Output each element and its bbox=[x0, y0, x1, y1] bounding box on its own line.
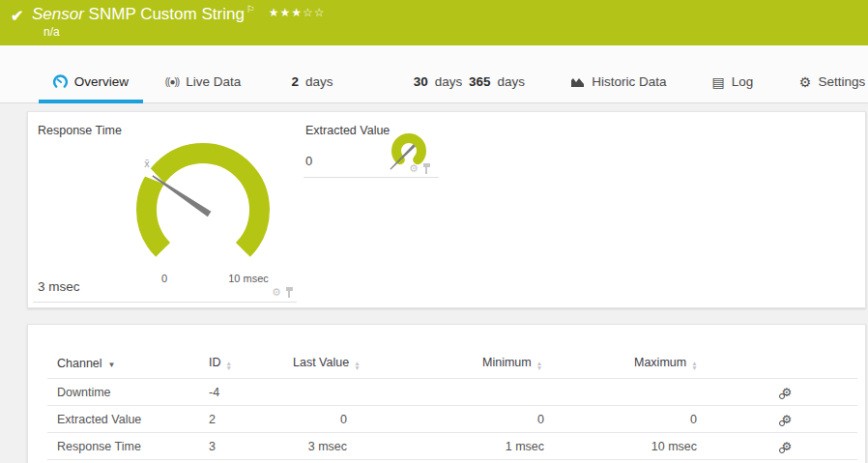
gauge-needle bbox=[152, 175, 211, 217]
cell-channel: Extracted Value bbox=[47, 413, 209, 426]
status-ok-check-icon: ✔ bbox=[11, 7, 23, 25]
tab-historic-data[interactable]: Historic Data bbox=[570, 60, 667, 103]
header-channel[interactable]: Channel▼ bbox=[47, 357, 209, 370]
log-list-icon: ▤ bbox=[712, 74, 725, 90]
cell-last-value: 0 bbox=[281, 413, 388, 426]
gear-icon: ⚙ bbox=[799, 74, 812, 90]
sort-desc-icon: ▼ bbox=[108, 361, 116, 369]
tab-label: days bbox=[305, 74, 333, 89]
tab-label: Settings bbox=[818, 74, 865, 89]
sensor-header: ✔ Sensor SNMP Custom String⚐★★★☆☆ n/a bbox=[0, 0, 868, 45]
channels-table: Channel▼ ID▲▼ Last Value▲▼ Minimum▲▼ Max… bbox=[47, 348, 857, 460]
sensor-name: SNMP Custom String bbox=[89, 5, 245, 23]
sensor-type-label: Sensor bbox=[32, 5, 84, 23]
cell-id: -4 bbox=[209, 386, 281, 399]
gauge-max-tick: 10 msec bbox=[208, 273, 289, 284]
tab-overview[interactable]: Overview bbox=[39, 60, 143, 103]
table-header-row: Channel▼ ID▲▼ Last Value▲▼ Minimum▲▼ Max… bbox=[47, 348, 857, 379]
channels-panel: Channel▼ ID▲▼ Last Value▲▼ Minimum▲▼ Max… bbox=[27, 324, 866, 463]
sort-icon: ▲▼ bbox=[354, 362, 360, 370]
prtg-sensor-page: ✔ Sensor SNMP Custom String⚐★★★☆☆ n/a Ov… bbox=[0, 0, 868, 463]
gauge-icon bbox=[53, 74, 68, 89]
cell-maximum: 0 bbox=[571, 413, 716, 426]
tab-number: 365 bbox=[469, 74, 491, 89]
sort-icon: ▲▼ bbox=[226, 362, 232, 370]
widget-gear-icon[interactable]: ⚙ bbox=[409, 163, 419, 174]
tab-label: days bbox=[435, 74, 463, 89]
header-maximum[interactable]: Maximum▲▼ bbox=[571, 356, 716, 370]
sensor-status-text: n/a bbox=[43, 25, 60, 39]
tab-365-days[interactable]: 365 days bbox=[466, 60, 528, 103]
tab-number: 30 bbox=[414, 74, 428, 89]
header-id[interactable]: ID▲▼ bbox=[209, 356, 281, 370]
edit-channel-gear-icon[interactable]: ⚙ bbox=[782, 386, 793, 399]
broadcast-icon: ((●)) bbox=[165, 76, 179, 87]
tab-number: 2 bbox=[291, 74, 299, 89]
response-time-current-value: 3 msec bbox=[38, 279, 80, 294]
tab-2-days[interactable]: 2 days bbox=[283, 60, 341, 103]
gauge-min-tick: 0 bbox=[150, 273, 179, 284]
extracted-value-gauge-title: Extracted Value bbox=[305, 124, 390, 137]
header-last-value[interactable]: Last Value▲▼ bbox=[281, 356, 388, 370]
table-row-downtime[interactable]: Downtime -4 ⚙ bbox=[47, 379, 857, 406]
tab-log[interactable]: ▤ Log bbox=[710, 60, 755, 103]
edit-channel-gear-icon[interactable]: ⚙ bbox=[782, 440, 793, 453]
cell-minimum: 0 bbox=[388, 413, 571, 426]
cell-maximum: 10 msec bbox=[571, 440, 716, 453]
table-row-response-time[interactable]: Response Time 3 3 msec 1 msec 10 msec ⚙ bbox=[47, 433, 857, 460]
tab-settings[interactable]: ⚙ Settings bbox=[796, 60, 868, 103]
gauges-panel: Response Time x̄ 0 10 msec 3 msec ⚙ Extr… bbox=[27, 111, 866, 308]
tab-label: days bbox=[498, 74, 526, 89]
cell-last-value: 3 msec bbox=[281, 440, 388, 453]
tab-live-data[interactable]: ((●)) Live Data bbox=[153, 60, 253, 103]
area-chart-icon bbox=[570, 76, 585, 88]
response-time-gauge-title: Response Time bbox=[38, 124, 122, 137]
cell-minimum: 1 msec bbox=[388, 440, 571, 453]
tab-label: Overview bbox=[74, 74, 129, 89]
extracted-value-widget-tools: ⚙ bbox=[409, 163, 431, 174]
sort-icon: ▲▼ bbox=[536, 362, 542, 370]
flag-icon[interactable]: ⚐ bbox=[246, 4, 255, 14]
cell-channel: Response Time bbox=[47, 440, 209, 453]
header-minimum[interactable]: Minimum▲▼ bbox=[388, 356, 571, 370]
tab-bar: Overview ((●)) Live Data 2 days 30 days … bbox=[0, 45, 868, 103]
widget-pin-icon[interactable] bbox=[285, 287, 294, 298]
priority-stars[interactable]: ★★★☆☆ bbox=[269, 6, 326, 19]
cell-id: 2 bbox=[209, 413, 281, 426]
average-marker-label: x̄ bbox=[144, 158, 150, 169]
sort-icon: ▲▼ bbox=[691, 362, 697, 370]
active-tab-indicator bbox=[39, 100, 143, 103]
tab-30-days[interactable]: 30 days bbox=[406, 60, 470, 103]
response-time-gauge: x̄ bbox=[116, 134, 290, 279]
widget-divider bbox=[304, 177, 439, 178]
widget-gear-icon[interactable]: ⚙ bbox=[272, 287, 281, 298]
tab-label: Historic Data bbox=[592, 74, 666, 89]
response-time-widget-tools: ⚙ bbox=[272, 287, 294, 298]
tab-label: Live Data bbox=[186, 74, 241, 89]
table-row-extracted-value[interactable]: Extracted Value 2 0 0 0 ⚙ bbox=[47, 406, 857, 433]
edit-channel-gear-icon[interactable]: ⚙ bbox=[782, 413, 793, 426]
extracted-value-current-value: 0 bbox=[305, 154, 312, 168]
page-title: Sensor SNMP Custom String⚐★★★☆☆ bbox=[32, 4, 326, 24]
cell-id: 3 bbox=[209, 440, 281, 453]
cell-channel: Downtime bbox=[47, 386, 209, 399]
widget-divider bbox=[33, 302, 297, 303]
widget-pin-icon[interactable] bbox=[422, 163, 431, 174]
tab-label: Log bbox=[732, 74, 754, 89]
